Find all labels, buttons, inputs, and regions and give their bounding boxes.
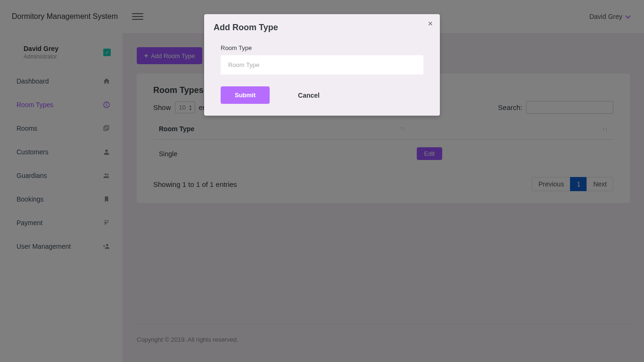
modal-close-button[interactable]: × [428, 19, 433, 29]
modal-title: Add Room Type [214, 23, 430, 33]
cancel-button[interactable]: Cancel [298, 92, 320, 99]
submit-button[interactable]: Submit [221, 86, 270, 104]
close-icon: × [428, 19, 433, 28]
room-type-label: Room Type [221, 44, 423, 51]
room-type-input[interactable] [221, 55, 423, 75]
add-room-type-modal: Add Room Type × Room Type Submit Cancel [204, 14, 440, 116]
